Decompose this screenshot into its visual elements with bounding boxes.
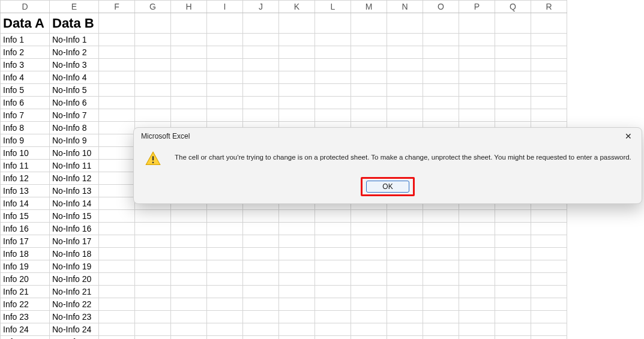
cell[interactable]: [423, 273, 459, 286]
cell[interactable]: [171, 71, 207, 84]
cell[interactable]: [315, 336, 351, 340]
cell[interactable]: Info 18: [1, 248, 50, 260]
cell[interactable]: [279, 336, 315, 340]
cell[interactable]: [387, 298, 423, 311]
cell[interactable]: Data B: [50, 13, 99, 34]
cell[interactable]: [99, 185, 135, 197]
cell[interactable]: [531, 97, 567, 109]
col-header-k[interactable]: K: [279, 1, 315, 13]
cell[interactable]: [315, 46, 351, 59]
cell[interactable]: [459, 235, 495, 248]
cell[interactable]: [351, 273, 387, 286]
cell[interactable]: [387, 46, 423, 59]
cell[interactable]: No-Info 24: [50, 323, 99, 336]
cell[interactable]: [387, 223, 423, 235]
cell[interactable]: [135, 223, 171, 235]
cell[interactable]: No-Info 21: [50, 286, 99, 298]
cell[interactable]: [423, 109, 459, 122]
cell[interactable]: [531, 84, 567, 97]
cell[interactable]: [315, 84, 351, 97]
cell[interactable]: [207, 210, 243, 223]
cell[interactable]: [315, 235, 351, 248]
cell[interactable]: [207, 97, 243, 109]
cell[interactable]: Info 19: [1, 260, 50, 273]
cell[interactable]: [351, 59, 387, 71]
cell[interactable]: Info 23: [1, 311, 50, 323]
cell[interactable]: [423, 46, 459, 59]
cell[interactable]: [387, 84, 423, 97]
cell[interactable]: Info 22: [1, 298, 50, 311]
cell[interactable]: [135, 46, 171, 59]
cell[interactable]: [531, 13, 567, 34]
col-header-h[interactable]: H: [171, 1, 207, 13]
cell[interactable]: [531, 336, 567, 340]
col-header-m[interactable]: M: [351, 1, 387, 13]
cell[interactable]: [99, 273, 135, 286]
cell[interactable]: [99, 286, 135, 298]
cell[interactable]: No-Info 2: [50, 46, 99, 59]
cell[interactable]: [243, 323, 279, 336]
cell[interactable]: [99, 147, 135, 160]
cell[interactable]: No-Info 13: [50, 185, 99, 197]
cell[interactable]: [531, 59, 567, 71]
cell[interactable]: [459, 109, 495, 122]
cell[interactable]: [99, 210, 135, 223]
col-header-o[interactable]: O: [423, 1, 459, 13]
col-header-r[interactable]: R: [531, 1, 567, 13]
cell[interactable]: [531, 34, 567, 46]
cell[interactable]: [243, 97, 279, 109]
cell[interactable]: Info 7: [1, 109, 50, 122]
cell[interactable]: [531, 286, 567, 298]
cell[interactable]: [531, 298, 567, 311]
cell[interactable]: [351, 323, 387, 336]
cell[interactable]: [171, 235, 207, 248]
cell[interactable]: No-Info 22: [50, 298, 99, 311]
cell[interactable]: [99, 71, 135, 84]
cell[interactable]: [459, 34, 495, 46]
close-icon[interactable]: ✕: [622, 131, 634, 141]
cell[interactable]: [135, 97, 171, 109]
cell[interactable]: [171, 286, 207, 298]
cell[interactable]: Info 16: [1, 223, 50, 235]
cell[interactable]: [207, 323, 243, 336]
cell[interactable]: [351, 311, 387, 323]
cell[interactable]: No-Info 12: [50, 172, 99, 185]
cell[interactable]: [351, 235, 387, 248]
cell[interactable]: Data A: [1, 13, 50, 34]
cell[interactable]: [171, 13, 207, 34]
cell[interactable]: [279, 235, 315, 248]
cell[interactable]: [495, 298, 531, 311]
cell[interactable]: Info 20: [1, 273, 50, 286]
cell[interactable]: [531, 260, 567, 273]
cell[interactable]: No-Info 20: [50, 273, 99, 286]
cell[interactable]: [171, 298, 207, 311]
cell[interactable]: [495, 109, 531, 122]
cell[interactable]: [243, 59, 279, 71]
cell[interactable]: Info 8: [1, 122, 50, 134]
cell[interactable]: [135, 34, 171, 46]
cell[interactable]: [171, 323, 207, 336]
cell[interactable]: No-Info 9: [50, 134, 99, 147]
cell[interactable]: [423, 223, 459, 235]
cell[interactable]: [207, 84, 243, 97]
cell[interactable]: [351, 260, 387, 273]
cell[interactable]: [423, 336, 459, 340]
cell[interactable]: [243, 46, 279, 59]
cell[interactable]: [531, 273, 567, 286]
col-header-d[interactable]: D: [1, 1, 50, 13]
cell[interactable]: [171, 336, 207, 340]
cell[interactable]: [315, 273, 351, 286]
cell[interactable]: [315, 323, 351, 336]
col-header-l[interactable]: L: [315, 1, 351, 13]
cell[interactable]: [135, 13, 171, 34]
cell[interactable]: [495, 311, 531, 323]
cell[interactable]: [531, 71, 567, 84]
cell[interactable]: [387, 235, 423, 248]
cell[interactable]: [495, 46, 531, 59]
cell[interactable]: No-Info 18: [50, 248, 99, 260]
cell[interactable]: [243, 248, 279, 260]
cell[interactable]: [279, 97, 315, 109]
cell[interactable]: [279, 13, 315, 34]
cell[interactable]: [531, 46, 567, 59]
cell[interactable]: [315, 248, 351, 260]
